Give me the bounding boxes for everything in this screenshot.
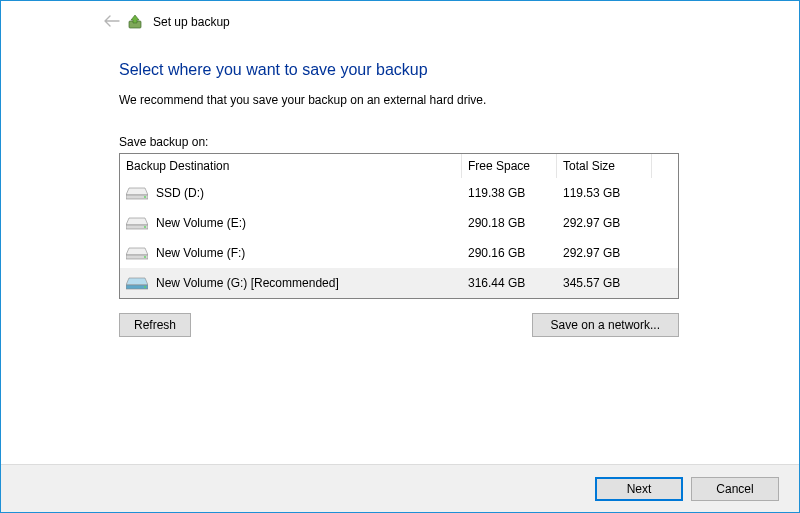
- svg-marker-7: [126, 248, 148, 255]
- wizard-window: Set up backup Select where you want to s…: [0, 0, 800, 513]
- cell-free-space: 290.16 GB: [462, 238, 557, 268]
- backup-icon: [127, 14, 143, 30]
- col-free-space[interactable]: Free Space: [462, 154, 557, 178]
- table-row[interactable]: New Volume (F:)290.16 GB292.97 GB: [120, 238, 678, 268]
- cell-total-size: 292.97 GB: [557, 208, 652, 238]
- page-heading: Select where you want to save your backu…: [119, 61, 679, 79]
- cell-free-space: 316.44 GB: [462, 268, 557, 298]
- window-title: Set up backup: [153, 15, 230, 29]
- next-button[interactable]: Next: [595, 477, 683, 501]
- cell-destination: SSD (D:): [120, 178, 462, 208]
- destinations-table: Backup Destination Free Space Total Size…: [119, 153, 679, 299]
- save-on-network-button[interactable]: Save on a network...: [532, 313, 679, 337]
- under-table-row: Refresh Save on a network...: [119, 313, 679, 337]
- cell-destination: New Volume (F:): [120, 238, 462, 268]
- drive-icon: [126, 246, 148, 260]
- col-spacer: [652, 154, 678, 178]
- drive-name: New Volume (E:): [156, 216, 246, 230]
- svg-marker-1: [126, 188, 148, 195]
- svg-marker-10: [126, 278, 148, 285]
- cell-destination: New Volume (G:) [Recommended]: [120, 268, 462, 298]
- table-row[interactable]: SSD (D:)119.38 GB119.53 GB: [120, 178, 678, 208]
- refresh-button[interactable]: Refresh: [119, 313, 191, 337]
- cell-free-space: 119.38 GB: [462, 178, 557, 208]
- cell-total-size: 292.97 GB: [557, 238, 652, 268]
- drive-icon: [126, 276, 148, 290]
- page-subtext: We recommend that you save your backup o…: [119, 93, 679, 107]
- drive-icon: [126, 186, 148, 200]
- svg-point-12: [144, 286, 146, 288]
- content-area: Select where you want to save your backu…: [1, 43, 799, 337]
- footer: Next Cancel: [1, 464, 799, 512]
- back-arrow-icon[interactable]: [104, 15, 120, 29]
- cell-spacer: [652, 208, 678, 238]
- cell-total-size: 345.57 GB: [557, 268, 652, 298]
- cell-spacer: [652, 268, 678, 298]
- table-header: Backup Destination Free Space Total Size: [120, 154, 678, 178]
- cell-destination: New Volume (E:): [120, 208, 462, 238]
- table-body: SSD (D:)119.38 GB119.53 GB New Volume (E…: [120, 178, 678, 298]
- cancel-button[interactable]: Cancel: [691, 477, 779, 501]
- cell-spacer: [652, 178, 678, 208]
- cell-free-space: 290.18 GB: [462, 208, 557, 238]
- drive-name: New Volume (F:): [156, 246, 245, 260]
- svg-point-9: [144, 256, 146, 258]
- table-row[interactable]: New Volume (E:)290.18 GB292.97 GB: [120, 208, 678, 238]
- svg-point-6: [144, 226, 146, 228]
- drive-icon: [126, 216, 148, 230]
- col-destination[interactable]: Backup Destination: [120, 154, 462, 178]
- header: Set up backup: [1, 1, 799, 43]
- svg-marker-4: [126, 218, 148, 225]
- save-on-label: Save backup on:: [119, 135, 679, 149]
- svg-point-3: [144, 196, 146, 198]
- drive-name: SSD (D:): [156, 186, 204, 200]
- table-row[interactable]: New Volume (G:) [Recommended]316.44 GB34…: [120, 268, 678, 298]
- cell-total-size: 119.53 GB: [557, 178, 652, 208]
- drive-name: New Volume (G:) [Recommended]: [156, 276, 339, 290]
- cell-spacer: [652, 238, 678, 268]
- col-total-size[interactable]: Total Size: [557, 154, 652, 178]
